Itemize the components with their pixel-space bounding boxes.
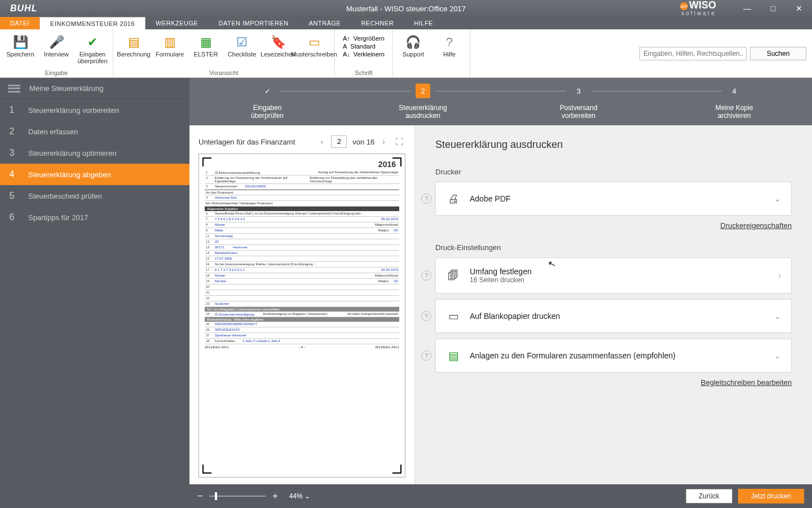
ribbon-search: Suchen: [639, 29, 812, 77]
question-icon: ?: [446, 34, 453, 51]
next-page-button[interactable]: ›: [380, 136, 387, 147]
berechnung-button[interactable]: ▤Berechnung: [117, 32, 151, 58]
tab-file[interactable]: DATEI: [0, 17, 39, 29]
support-button[interactable]: 🎧Support: [396, 32, 430, 58]
search-input[interactable]: [639, 47, 747, 60]
maximize-button[interactable]: □: [760, 0, 786, 17]
headset-icon: 🎧: [405, 34, 421, 51]
printer-properties-link[interactable]: Druckereigenschaften: [721, 221, 792, 230]
help-icon[interactable]: ?: [421, 270, 431, 281]
print-settings-pane: Steuererklärung ausdrucken Drucker ? 🖨 A…: [415, 125, 812, 484]
wizard-step-1[interactable]: ✓ Eingabenüberprüfen: [189, 84, 345, 120]
printer-selector[interactable]: ? 🖨 Adobe PDF ⌄: [435, 182, 792, 216]
printer-label: Drucker: [435, 168, 792, 176]
print-settings-label: Druck-Einstellungen: [435, 243, 792, 252]
attachments-card[interactable]: ? ▤ Anlagen zu den Formularen zusammenfa…: [435, 339, 792, 373]
titlebar: BUHL Musterfall - WISO steuer:Office 201…: [0, 0, 812, 17]
font-standard-icon: A: [343, 43, 347, 50]
page-heading: Steuererklärung ausdrucken: [435, 139, 792, 151]
lesezeichen-button[interactable]: 🔖Lesezeichen: [261, 32, 295, 58]
tab-einkommensteuer[interactable]: EINKOMMENSTEUER 2016: [39, 17, 145, 29]
font-larger-icon: A↑: [343, 35, 350, 42]
euro-doc-icon: ▤: [128, 34, 140, 51]
sidebar-item-1[interactable]: 1Steuererklärung vorbereiten: [0, 99, 189, 121]
zoom-slider[interactable]: [209, 496, 266, 497]
sidebar-heading[interactable]: Meine Steuererklärung: [0, 78, 189, 99]
tab-werkzeuge[interactable]: WERKZEUGE: [145, 17, 208, 29]
check-inputs-button[interactable]: ✔Eingaben überprüfen: [76, 32, 109, 64]
help-button[interactable]: ?Hilfe: [433, 32, 466, 58]
font-larger-button[interactable]: A↑Vergrößern: [343, 35, 385, 42]
sidebar-item-4[interactable]: 4Steuererklärung abgeben: [0, 164, 189, 185]
musterschreiben-button[interactable]: ▭Musterschreiben: [297, 32, 331, 58]
font-smaller-button[interactable]: A↓Verkleinern: [343, 51, 385, 58]
chevron-down-icon: ⌄: [774, 312, 781, 321]
zoom-percent[interactable]: 44% ⌄: [289, 492, 310, 500]
scope-card[interactable]: ? 🗐 Umfang festlegen16 Seiten drucken ›: [435, 257, 792, 294]
zoom-out-button[interactable]: −: [197, 491, 202, 501]
ribbon-group-eingabe: 💾Speichern 🎤Interview ✔Eingaben überprüf…: [0, 29, 113, 77]
form-preview[interactable]: 2016 1☒ EinkommensteuererklärungAntrag a…: [198, 154, 405, 478]
minimize-button[interactable]: —: [734, 0, 760, 17]
elster-button[interactable]: ▦ELSTER: [189, 32, 223, 58]
ribbon-group-schrift: A↑Vergrößern AStandard A↓Verkleinern Sch…: [335, 29, 393, 77]
bookmark-icon: 🔖: [271, 34, 286, 51]
elster-icon: ▦: [200, 34, 212, 51]
help-icon[interactable]: ?: [421, 194, 431, 204]
formulare-button[interactable]: ▥Formulare: [153, 32, 187, 58]
back-button[interactable]: Zurück: [686, 489, 732, 503]
font-smaller-icon: A↓: [343, 51, 350, 58]
tab-daten-importieren[interactable]: DATEN IMPORTIEREN: [208, 17, 298, 29]
sidebar-item-5[interactable]: 5Steuerbescheid prüfen: [0, 185, 189, 207]
menu-tabs: DATEI EINKOMMENSTEUER 2016 WERKZEUGE DAT…: [0, 17, 812, 29]
window-title: Musterfall - WISO steuer:Office 2017: [346, 5, 466, 13]
attach-form-icon: ▤: [446, 348, 461, 363]
product-brand: WISO software: [680, 2, 716, 16]
search-button[interactable]: Suchen: [750, 47, 806, 60]
vendor-logo: BUHL: [0, 3, 47, 14]
page-of-label: von 16: [352, 138, 374, 146]
chevron-down-icon: ⌄: [774, 351, 781, 360]
chevron-down-icon: ⌄: [774, 194, 781, 203]
tab-rechner[interactable]: RECHNER: [351, 17, 404, 29]
printer-icon: 🖨: [446, 191, 461, 206]
preview-title: Unterlagen für das Finanzamt: [198, 138, 295, 146]
wizard-step-2[interactable]: 2 Steuererklärungausdrucken: [345, 84, 501, 120]
save-icon: 💾: [13, 34, 28, 51]
forms-icon: ▥: [164, 34, 176, 51]
page-icon: ▭: [446, 309, 461, 323]
font-standard-button[interactable]: AStandard: [343, 43, 385, 50]
ribbon-group-support: 🎧Support ?Hilfe: [393, 29, 470, 77]
help-icon[interactable]: ?: [421, 351, 431, 361]
check-icon: ✔: [87, 34, 98, 51]
prev-page-button[interactable]: ‹: [319, 136, 326, 147]
preview-pane: Unterlagen für das Finanzamt ‹ von 16 › …: [189, 125, 415, 484]
tab-hilfe[interactable]: HILFE: [404, 17, 443, 29]
print-now-button[interactable]: Jetzt drucken: [738, 489, 804, 503]
sidebar-item-6[interactable]: 6Spartipps für 2017: [0, 207, 189, 228]
checkliste-button[interactable]: ☑Checkliste: [225, 32, 259, 58]
wizard-step-3[interactable]: 3 Postversandvorbereiten: [501, 84, 656, 120]
sidebar: Meine Steuererklärung 1Steuererklärung v…: [0, 78, 189, 508]
letter-icon: ▭: [308, 34, 320, 51]
tab-antraege[interactable]: ANTRÄGE: [299, 17, 351, 29]
sidebar-item-3[interactable]: 3Steuererklärung optimieren: [0, 142, 189, 164]
edit-cover-letter-link[interactable]: Begleitschreiben bearbeiten: [701, 378, 792, 387]
interview-button[interactable]: 🎤Interview: [39, 32, 73, 64]
footer-bar: − + 44% ⌄ Zurück Jetzt drucken: [189, 484, 812, 508]
sidebar-item-2[interactable]: 2Daten erfassen: [0, 121, 189, 142]
microphone-icon: 🎤: [49, 34, 64, 51]
help-icon[interactable]: ?: [421, 311, 431, 321]
page-number-input[interactable]: [331, 135, 347, 148]
close-button[interactable]: ✕: [786, 0, 812, 17]
save-button[interactable]: 💾Speichern: [3, 32, 37, 64]
ribbon-group-voransicht: ▤Berechnung ▥Formulare ▦ELSTER ☑Checklis…: [113, 29, 335, 77]
check-icon: ✓: [260, 84, 275, 98]
wizard-steps: ✓ Eingabenüberprüfen 2 Steuererklärungau…: [189, 78, 812, 125]
wizard-step-4[interactable]: 4 Meine Kopiearchivieren: [656, 84, 812, 120]
fullscreen-button[interactable]: ⛶: [393, 136, 405, 147]
chevron-right-icon: ›: [778, 271, 781, 280]
ribbon: 💾Speichern 🎤Interview ✔Eingaben überprüf…: [0, 29, 812, 78]
blank-paper-card[interactable]: ? ▭ Auf Blankopapier drucken ⌄: [435, 299, 792, 333]
zoom-in-button[interactable]: +: [272, 491, 277, 501]
